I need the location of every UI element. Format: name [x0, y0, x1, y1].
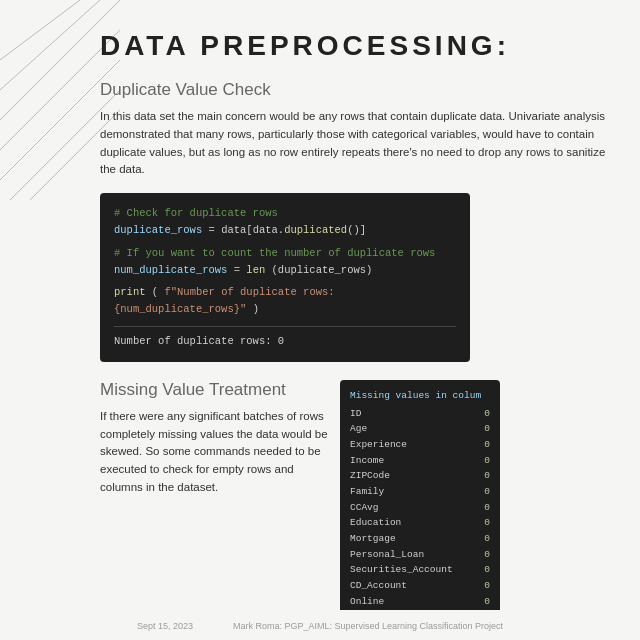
mv-row-ccavg: CCAvg0: [350, 500, 490, 516]
section2-content: Missing Value Treatment If there were an…: [100, 380, 330, 610]
svg-line-0: [0, 0, 80, 60]
mv-row-income: Income0: [350, 453, 490, 469]
mv-row-personal-loan: Personal_Loan0: [350, 547, 490, 563]
mv-row-mortgage: Mortgage0: [350, 531, 490, 547]
section1-body: In this data set the main concern would …: [100, 108, 620, 179]
code-line-5: print ( f"Number of duplicate rows: {num…: [114, 284, 456, 318]
footer-author: Mark Roma: PGP_AIML: Supervised Learning…: [233, 621, 503, 631]
mv-row-family: Family0: [350, 484, 490, 500]
section1-heading: Duplicate Value Check: [100, 80, 620, 100]
mv-row-creditcard: CreditCard0: [350, 609, 490, 610]
code-output: Number of duplicate rows: 0: [114, 326, 456, 350]
section2-heading: Missing Value Treatment: [100, 380, 330, 400]
footer-date: Sept 15, 2023: [137, 621, 193, 631]
code-line-3: # If you want to count the number of dup…: [114, 245, 456, 262]
mv-row-experience: Experience0: [350, 437, 490, 453]
main-content: DATA PREPROCESSING: Duplicate Value Chec…: [90, 0, 640, 610]
mv-row-cd-account: CD_Account0: [350, 578, 490, 594]
code-line-1: # Check for duplicate rows: [114, 205, 456, 222]
mv-row-online: Online0: [350, 594, 490, 610]
code-line-4: num_duplicate_rows = len (duplicate_rows…: [114, 262, 456, 279]
lower-section: Missing Value Treatment If there were an…: [100, 380, 620, 610]
code-line-2: duplicate_rows = data[data.duplicated()]: [114, 222, 456, 239]
section2-body: If there were any significant batches of…: [100, 408, 330, 497]
mv-header: Missing values in colum: [350, 388, 490, 404]
footer: Sept 15, 2023 Mark Roma: PGP_AIML: Super…: [0, 612, 640, 640]
page-title: DATA PREPROCESSING:: [100, 30, 620, 62]
mv-row-education: Education0: [350, 515, 490, 531]
mv-row-zipcode: ZIPCode0: [350, 468, 490, 484]
mv-row-id: ID0: [350, 406, 490, 422]
svg-line-1: [0, 0, 100, 90]
missing-values-table: Missing values in colum ID0 Age0 Experie…: [340, 380, 500, 610]
mv-row-securities: Securities_Account0: [350, 562, 490, 578]
mv-row-age: Age0: [350, 421, 490, 437]
code-block: # Check for duplicate rows duplicate_row…: [100, 193, 470, 362]
